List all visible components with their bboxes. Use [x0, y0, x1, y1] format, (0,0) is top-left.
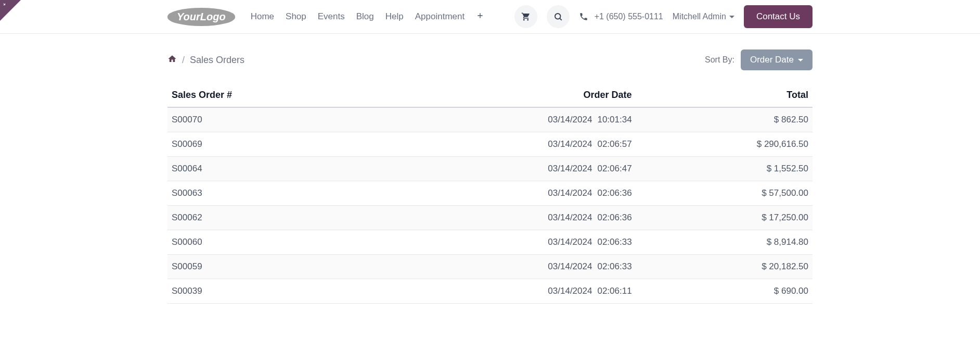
breadcrumb: / Sales Orders — [167, 54, 244, 66]
order-number[interactable]: S00039 — [167, 279, 363, 304]
column-order-no[interactable]: Sales Order # — [167, 83, 363, 107]
phone-number[interactable]: +1 (650) 555-0111 — [595, 12, 663, 21]
table-row[interactable]: S0006203/14/202402:06:36$ 17,250.00 — [167, 206, 813, 230]
table-row[interactable]: S0006003/14/202402:06:33$ 8,914.80 — [167, 230, 813, 255]
main-nav: Home Shop Events Blog Help Appointment — [251, 11, 485, 22]
column-total[interactable]: Total — [642, 83, 813, 107]
breadcrumb-home[interactable] — [167, 54, 177, 66]
order-total: $ 17,250.00 — [642, 206, 813, 230]
phone-icon — [579, 12, 588, 21]
order-date: 03/14/202402:06:36 — [363, 181, 642, 206]
nav-blog[interactable]: Blog — [356, 11, 374, 22]
phone-section: +1 (650) 555-0111 — [579, 12, 663, 21]
main-header: YourLogo Home Shop Events Blog Help Appo… — [0, 0, 980, 34]
order-number[interactable]: S00069 — [167, 132, 363, 157]
chevron-down-icon — [729, 16, 734, 18]
order-total: $ 1,552.50 — [642, 157, 813, 181]
nav-appointment[interactable]: Appointment — [415, 11, 465, 22]
breadcrumb-separator: / — [182, 55, 185, 66]
order-date: 03/14/202402:06:57 — [363, 132, 642, 157]
nav-events[interactable]: Events — [318, 11, 345, 22]
search-button[interactable] — [547, 5, 570, 28]
breadcrumb-current: Sales Orders — [190, 55, 244, 66]
corner-icon — [3, 3, 9, 10]
order-date: 03/14/202402:06:36 — [363, 206, 642, 230]
logo-text: YourLogo — [177, 11, 226, 23]
order-number[interactable]: S00070 — [167, 107, 363, 132]
corner-ribbon[interactable] — [0, 0, 21, 21]
chevron-down-icon — [798, 59, 803, 61]
order-number[interactable]: S00062 — [167, 206, 363, 230]
nav-shop[interactable]: Shop — [286, 11, 306, 22]
sort-label: Sort By: — [705, 55, 734, 65]
table-row[interactable]: S0006903/14/202402:06:57$ 290,616.50 — [167, 132, 813, 157]
sort-dropdown[interactable]: Order Date — [741, 49, 813, 70]
table-row[interactable]: S0003903/14/202402:06:11$ 690.00 — [167, 279, 813, 304]
orders-table: Sales Order # Order Date Total S0007003/… — [167, 83, 813, 304]
order-total: $ 8,914.80 — [642, 230, 813, 255]
order-date: 03/14/202410:01:34 — [363, 107, 642, 132]
order-total: $ 57,500.00 — [642, 181, 813, 206]
table-row[interactable]: S0006403/14/202402:06:47$ 1,552.50 — [167, 157, 813, 181]
order-date: 03/14/202402:06:33 — [363, 230, 642, 255]
contact-us-button[interactable]: Contact Us — [744, 5, 813, 28]
order-number[interactable]: S00064 — [167, 157, 363, 181]
user-menu[interactable]: Mitchell Admin — [673, 12, 734, 21]
order-date: 03/14/202402:06:33 — [363, 255, 642, 279]
order-total: $ 290,616.50 — [642, 132, 813, 157]
nav-home[interactable]: Home — [251, 11, 274, 22]
user-name: Mitchell Admin — [673, 12, 726, 21]
nav-help[interactable]: Help — [385, 11, 404, 22]
order-date: 03/14/202402:06:11 — [363, 279, 642, 304]
cart-button[interactable] — [514, 5, 537, 28]
order-total: $ 690.00 — [642, 279, 813, 304]
order-date: 03/14/202402:06:47 — [363, 157, 642, 181]
order-total: $ 20,182.50 — [642, 255, 813, 279]
order-number[interactable]: S00059 — [167, 255, 363, 279]
home-icon — [167, 54, 177, 64]
svg-point-0 — [555, 14, 561, 19]
sort-value: Order Date — [750, 55, 794, 65]
breadcrumb-row: / Sales Orders Sort By: Order Date — [167, 49, 813, 70]
order-total: $ 862.50 — [642, 107, 813, 132]
order-number[interactable]: S00063 — [167, 181, 363, 206]
column-order-date[interactable]: Order Date — [363, 83, 642, 107]
cart-icon — [521, 12, 531, 21]
table-row[interactable]: S0007003/14/202410:01:34$ 862.50 — [167, 107, 813, 132]
add-page-button[interactable] — [476, 11, 484, 22]
logo[interactable]: YourLogo — [167, 8, 235, 26]
search-icon — [553, 12, 563, 21]
order-number[interactable]: S00060 — [167, 230, 363, 255]
svg-line-1 — [560, 18, 561, 20]
table-row[interactable]: S0006303/14/202402:06:36$ 57,500.00 — [167, 181, 813, 206]
table-row[interactable]: S0005903/14/202402:06:33$ 20,182.50 — [167, 255, 813, 279]
main-content: / Sales Orders Sort By: Order Date Sales… — [157, 34, 823, 319]
sort-section: Sort By: Order Date — [705, 49, 813, 70]
